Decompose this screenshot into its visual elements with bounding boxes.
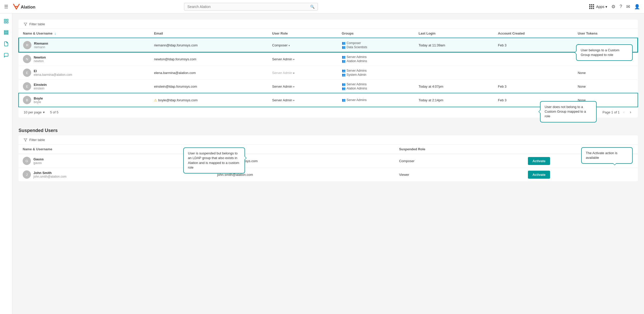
next-page-button[interactable]: ›: [628, 109, 633, 115]
search-bar[interactable]: 🔍: [184, 3, 318, 11]
suspended-filter-label: Filter table: [29, 138, 45, 142]
col-email: Email: [150, 29, 268, 38]
hamburger-icon[interactable]: ☰: [4, 4, 8, 10]
callout-text: User does not belong to a Custom Group m…: [545, 105, 592, 119]
user-username: elena.barmina@alation.com: [34, 73, 72, 77]
avatar: J: [23, 170, 31, 179]
callout-text: User is suspended but belongs to an LDAP…: [188, 151, 240, 170]
role-dropdown[interactable]: Server Admin ▾: [272, 71, 294, 75]
user-username: john.smith@alation.com: [33, 175, 66, 178]
help-icon[interactable]: ?: [620, 4, 622, 9]
per-page-caret: ▾: [43, 110, 45, 114]
activate-button-johnsmith[interactable]: Activate: [528, 171, 550, 179]
svg-rect-7: [4, 34, 8, 34]
user-cell: E El elena.barmina@alation.com: [19, 66, 150, 80]
role-cell: Composer ▾: [268, 38, 337, 52]
filter-icon: [24, 22, 27, 26]
last-login-cell: [414, 52, 494, 66]
apps-menu[interactable]: Apps ▾: [589, 4, 607, 9]
per-page-selector[interactable]: 10 per page ▾: [24, 110, 45, 114]
role-cell: Viewer: [395, 168, 524, 181]
col-tokens: User Tokens: [573, 29, 638, 38]
user-cell: N Newton newton: [19, 52, 150, 66]
activate-cell: Activate: [524, 168, 638, 181]
col-suspended-role: Suspended Role: [395, 145, 524, 154]
apps-label: Apps: [596, 5, 604, 9]
svg-rect-4: [6, 22, 8, 23]
role-dropdown[interactable]: Server Admin ▾: [272, 57, 294, 61]
svg-rect-3: [4, 22, 6, 23]
col-name[interactable]: Name & Username ↓: [19, 29, 150, 38]
groups-cell: 👥 Composer 👥 Data Scientists: [338, 38, 415, 52]
groups-cell: 👥 Server Admins: [338, 93, 415, 107]
showing-count: 5 of 5: [50, 110, 58, 114]
sidebar-item-chat[interactable]: [2, 51, 11, 60]
suspended-filter-row: Filter table: [19, 135, 638, 145]
svg-rect-1: [4, 19, 6, 21]
user-username: boyle: [34, 100, 43, 104]
callout-activate-available: The Activate action is available: [581, 147, 633, 164]
notifications-icon[interactable]: ✉: [626, 4, 630, 10]
groups-cell: 👥 Server Admins 👥 Alation Admins: [338, 52, 415, 66]
tokens-cell: None: [573, 66, 638, 80]
account-created-cell: Feb 3: [494, 38, 574, 52]
group-icon: 👥: [342, 73, 346, 77]
suspended-users-table: Name & Username Email Suspended Role G: [19, 145, 638, 181]
svg-rect-6: [4, 32, 8, 33]
col-role: User Role: [268, 29, 337, 38]
callout-text: The Activate action is available: [586, 151, 628, 160]
user-profile-icon[interactable]: 👤: [634, 4, 640, 10]
role-cell: Server Admin ▾: [268, 93, 337, 107]
col-groups: Groups: [338, 29, 415, 38]
role-dropdown[interactable]: Composer ▾: [272, 43, 290, 47]
top-nav: ☰ Alation 🔍 Apps ▾: [0, 0, 644, 13]
role-cell: Composer: [395, 154, 524, 168]
settings-icon[interactable]: ⚙: [611, 4, 615, 10]
role-dropdown[interactable]: Server Admin ▾: [272, 98, 294, 102]
activate-button-gauss[interactable]: Activate: [528, 157, 550, 165]
logo: Alation: [11, 3, 42, 11]
page-info: Page 1 of 1: [603, 110, 620, 114]
callout-suspended-ldap: User is suspended but belongs to an LDAP…: [183, 147, 245, 173]
apps-caret: ▾: [605, 5, 607, 9]
group-icon: 👥: [342, 87, 346, 90]
table-row: R Riemann riemann riemann@ldap.forumsys.…: [19, 38, 638, 52]
account-created-cell: Feb 3: [494, 80, 574, 93]
table-row: E El elena.barmina@alation.com elena.bar…: [19, 66, 638, 80]
svg-rect-5: [4, 31, 8, 31]
avatar: G: [23, 157, 31, 165]
last-login-cell: [414, 66, 494, 80]
sidebar-item-compose[interactable]: [2, 28, 11, 37]
email-cell: einstein@ldap.forumsys.com: [150, 80, 268, 93]
role-cell: Server Admin ▾: [268, 52, 337, 66]
user-name: Riemann: [34, 42, 48, 45]
active-users-table: Name & Username ↓ Email User Role Groups…: [19, 29, 638, 107]
account-created-cell: [494, 52, 574, 66]
role-dropdown[interactable]: Server Admin ▾: [272, 85, 294, 88]
user-username: newton: [34, 59, 46, 63]
group-icon: 👥: [342, 45, 346, 49]
table-row: G Gauss gauss gauss@ldap.forumsys.com Co…: [19, 154, 638, 168]
email-cell: newton@ldap.forumsys.com: [150, 52, 268, 66]
callout-text: User belongs to a Custom Group mapped to…: [581, 48, 628, 57]
sidebar-item-catalog[interactable]: [2, 16, 11, 26]
active-filter-label: Filter table: [29, 22, 45, 26]
svg-text:Alation: Alation: [21, 4, 35, 9]
group-icon: 👥: [342, 82, 346, 86]
page-nav: Page 1 of 1 ‹ ›: [603, 109, 633, 115]
email-cell: elena.barmina@alation.com: [150, 66, 268, 80]
user-name: Boyle: [34, 96, 43, 100]
email-cell: riemann@ldap.forumsys.com: [150, 38, 268, 52]
group-icon: 👥: [342, 55, 346, 59]
user-name: John Smith: [33, 171, 66, 175]
last-login-cell: Today at 11:39am: [414, 38, 494, 52]
role-cell: Server Admin ▾: [268, 80, 337, 93]
callout-custom-group-no: User does not belong to a Custom Group m…: [540, 101, 597, 122]
search-input[interactable]: [187, 5, 308, 9]
suspended-users-table-container: Name & Username Email Suspended Role G: [19, 145, 638, 181]
user-name: Newton: [34, 55, 46, 59]
svg-marker-8: [24, 23, 27, 26]
sidebar-item-document[interactable]: [2, 39, 11, 48]
avatar: N: [23, 55, 31, 63]
prev-page-button[interactable]: ‹: [622, 109, 626, 115]
